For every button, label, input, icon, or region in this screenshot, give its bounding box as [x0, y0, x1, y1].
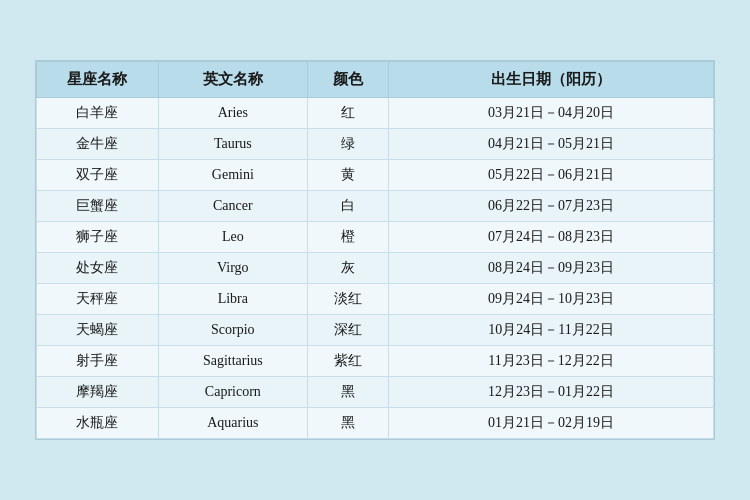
- cell-color: 黄: [307, 160, 388, 191]
- table-row: 双子座Gemini黄05月22日－06月21日: [37, 160, 714, 191]
- cell-date: 03月21日－04月20日: [389, 98, 714, 129]
- cell-color: 红: [307, 98, 388, 129]
- cell-date: 08月24日－09月23日: [389, 253, 714, 284]
- cell-color: 黑: [307, 408, 388, 439]
- cell-chinese: 天蝎座: [37, 315, 159, 346]
- cell-date: 04月21日－05月21日: [389, 129, 714, 160]
- cell-english: Virgo: [158, 253, 307, 284]
- table-row: 白羊座Aries红03月21日－04月20日: [37, 98, 714, 129]
- cell-chinese: 巨蟹座: [37, 191, 159, 222]
- cell-color: 绿: [307, 129, 388, 160]
- table-row: 摩羯座Capricorn黑12月23日－01月22日: [37, 377, 714, 408]
- cell-chinese: 水瓶座: [37, 408, 159, 439]
- cell-date: 10月24日－11月22日: [389, 315, 714, 346]
- table-row: 天蝎座Scorpio深红10月24日－11月22日: [37, 315, 714, 346]
- cell-chinese: 摩羯座: [37, 377, 159, 408]
- table-header-row: 星座名称 英文名称 颜色 出生日期（阳历）: [37, 62, 714, 98]
- cell-english: Scorpio: [158, 315, 307, 346]
- cell-color: 深红: [307, 315, 388, 346]
- cell-date: 09月24日－10月23日: [389, 284, 714, 315]
- table-row: 狮子座Leo橙07月24日－08月23日: [37, 222, 714, 253]
- table-row: 金牛座Taurus绿04月21日－05月21日: [37, 129, 714, 160]
- table-row: 处女座Virgo灰08月24日－09月23日: [37, 253, 714, 284]
- table-row: 水瓶座Aquarius黑01月21日－02月19日: [37, 408, 714, 439]
- cell-date: 12月23日－01月22日: [389, 377, 714, 408]
- cell-english: Leo: [158, 222, 307, 253]
- cell-chinese: 白羊座: [37, 98, 159, 129]
- cell-date: 07月24日－08月23日: [389, 222, 714, 253]
- table-row: 巨蟹座Cancer白06月22日－07月23日: [37, 191, 714, 222]
- cell-english: Aquarius: [158, 408, 307, 439]
- cell-chinese: 射手座: [37, 346, 159, 377]
- cell-color: 灰: [307, 253, 388, 284]
- cell-chinese: 处女座: [37, 253, 159, 284]
- header-date: 出生日期（阳历）: [389, 62, 714, 98]
- cell-color: 黑: [307, 377, 388, 408]
- header-english: 英文名称: [158, 62, 307, 98]
- cell-color: 白: [307, 191, 388, 222]
- cell-english: Libra: [158, 284, 307, 315]
- cell-date: 05月22日－06月21日: [389, 160, 714, 191]
- zodiac-table-container: 星座名称 英文名称 颜色 出生日期（阳历） 白羊座Aries红03月21日－04…: [35, 60, 715, 440]
- header-color: 颜色: [307, 62, 388, 98]
- table-row: 天秤座Libra淡红09月24日－10月23日: [37, 284, 714, 315]
- cell-chinese: 金牛座: [37, 129, 159, 160]
- cell-english: Sagittarius: [158, 346, 307, 377]
- cell-color: 淡红: [307, 284, 388, 315]
- table-row: 射手座Sagittarius紫红11月23日－12月22日: [37, 346, 714, 377]
- cell-date: 06月22日－07月23日: [389, 191, 714, 222]
- cell-english: Aries: [158, 98, 307, 129]
- cell-chinese: 天秤座: [37, 284, 159, 315]
- cell-chinese: 双子座: [37, 160, 159, 191]
- header-chinese: 星座名称: [37, 62, 159, 98]
- cell-chinese: 狮子座: [37, 222, 159, 253]
- cell-english: Cancer: [158, 191, 307, 222]
- cell-english: Capricorn: [158, 377, 307, 408]
- zodiac-table: 星座名称 英文名称 颜色 出生日期（阳历） 白羊座Aries红03月21日－04…: [36, 61, 714, 439]
- cell-english: Gemini: [158, 160, 307, 191]
- cell-date: 11月23日－12月22日: [389, 346, 714, 377]
- cell-date: 01月21日－02月19日: [389, 408, 714, 439]
- cell-color: 橙: [307, 222, 388, 253]
- cell-english: Taurus: [158, 129, 307, 160]
- cell-color: 紫红: [307, 346, 388, 377]
